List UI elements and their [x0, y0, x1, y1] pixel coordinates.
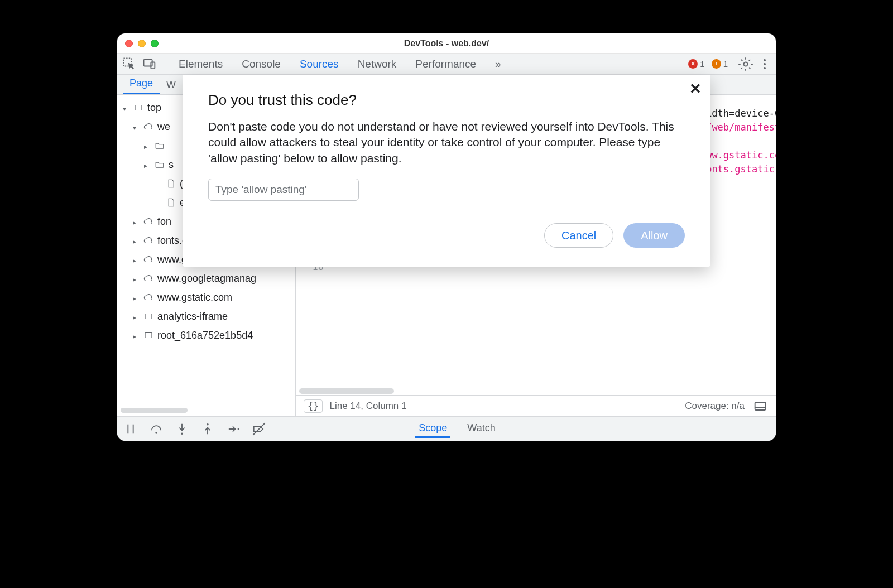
caret-icon[interactable]: [133, 121, 140, 133]
svg-point-10: [207, 423, 209, 426]
tab-performance[interactable]: Performance: [410, 55, 482, 74]
more-menu-icon[interactable]: [758, 59, 771, 69]
tree-row[interactable]: analytics-iframe: [121, 307, 295, 326]
coverage-indicator: Coverage: n/a: [685, 401, 745, 412]
frame-icon: [133, 102, 144, 113]
caret-icon[interactable]: [133, 330, 140, 341]
dialog-title: Do you trust this code?: [208, 91, 685, 109]
inspect-element-icon[interactable]: [122, 56, 137, 72]
tree-row[interactable]: www.googletagmanag: [121, 269, 295, 288]
cloud-icon: [143, 216, 154, 227]
trust-code-dialog: ✕ Do you trust this code? Don't paste co…: [183, 75, 710, 267]
tab-console[interactable]: Console: [236, 55, 286, 74]
step-icon[interactable]: [225, 421, 241, 437]
allow-button[interactable]: Allow: [623, 223, 685, 248]
error-count: 1: [700, 59, 704, 69]
svg-rect-4: [135, 105, 142, 110]
cloud-icon: [143, 254, 154, 265]
svg-point-11: [238, 428, 240, 430]
warning-badge[interactable]: ! 1: [712, 59, 728, 69]
file-purple-icon: [165, 197, 176, 208]
svg-rect-2: [151, 62, 155, 69]
debugger-controls: [123, 421, 267, 437]
tree-row[interactable]: root_616a752e1b5d4: [121, 326, 295, 345]
folder-icon: [154, 159, 165, 170]
caret-icon[interactable]: [123, 102, 129, 114]
warning-icon: !: [712, 59, 721, 69]
error-icon: ✕: [688, 59, 698, 69]
gear-icon[interactable]: [738, 56, 753, 72]
tab-sources[interactable]: Sources: [294, 55, 344, 74]
svg-rect-5: [145, 314, 152, 319]
scope-tab[interactable]: Scope: [415, 420, 450, 438]
debugger-sidebar-tabs: Scope Watch: [277, 420, 637, 438]
editor-statusbar: {} Line 14, Column 1 Coverage: n/a: [296, 395, 776, 416]
step-over-icon[interactable]: [148, 421, 164, 437]
cursor-position: Line 14, Column 1: [329, 401, 406, 412]
tree-item-label: fon: [157, 216, 171, 228]
allow-pasting-input[interactable]: [208, 179, 359, 201]
debugger-toolbar: Scope Watch: [117, 416, 776, 441]
navigator-tab-page[interactable]: Page: [123, 74, 160, 94]
editor-horizontal-scrollbar[interactable]: [296, 387, 776, 395]
caret-icon[interactable]: [144, 140, 151, 152]
caret-icon[interactable]: [133, 311, 140, 322]
dialog-body: Don't paste code you do not understand o…: [208, 119, 685, 166]
pretty-print-button[interactable]: {}: [304, 399, 323, 413]
tree-item-label: top: [147, 102, 161, 114]
caret-icon[interactable]: [133, 292, 140, 303]
close-icon[interactable]: ✕: [689, 80, 702, 98]
frame-icon: [143, 311, 154, 322]
cloud-icon: [143, 273, 154, 284]
svg-point-8: [155, 432, 157, 434]
deactivate-breakpoints-icon[interactable]: [251, 421, 267, 437]
pause-icon[interactable]: [123, 421, 138, 437]
device-toolbar-icon[interactable]: [142, 56, 157, 72]
tree-item-label: we: [157, 121, 170, 133]
svg-rect-6: [145, 333, 152, 338]
step-out-icon[interactable]: [200, 421, 215, 437]
devtools-toolbar: Elements Console Sources Network Perform…: [117, 54, 776, 75]
frame-icon: [143, 330, 154, 341]
svg-point-9: [181, 432, 183, 435]
watch-tab[interactable]: Watch: [464, 420, 498, 438]
error-badge[interactable]: ✕ 1: [688, 59, 704, 69]
navigator-tab-workspace[interactable]: W: [160, 76, 183, 94]
caret-icon[interactable]: [133, 273, 140, 285]
window-title: DevTools - web.dev/: [117, 38, 776, 49]
tree-item-label: analytics-iframe: [157, 311, 228, 322]
cancel-button[interactable]: Cancel: [544, 223, 613, 248]
tree-item-label: root_616a752e1b5d4: [157, 330, 253, 341]
step-into-icon[interactable]: [174, 421, 190, 437]
modal-backdrop: ✕ Do you trust this code? Don't paste co…: [117, 75, 776, 267]
caret-icon[interactable]: [144, 159, 151, 171]
tab-network[interactable]: Network: [352, 55, 402, 74]
warning-count: 1: [723, 59, 728, 69]
tree-item-label: www.gstatic.com: [157, 292, 232, 303]
tabs-overflow[interactable]: »: [489, 55, 507, 74]
caret-icon[interactable]: [133, 254, 140, 266]
tree-item-label: www.googletagmanag: [157, 273, 256, 285]
show-drawer-icon[interactable]: [752, 398, 768, 414]
main-tabs: Elements Console Sources Network Perform…: [173, 55, 684, 74]
file-icon: [165, 178, 176, 189]
cloud-icon: [143, 292, 154, 303]
cloud-icon: [143, 235, 154, 246]
issue-counters: ✕ 1 ! 1: [688, 59, 728, 69]
navigator-scrollbar[interactable]: [121, 408, 188, 413]
svg-rect-7: [755, 402, 766, 410]
cloud-icon: [143, 121, 154, 132]
tree-row[interactable]: www.gstatic.com: [121, 288, 295, 307]
tree-item-label: s: [169, 159, 174, 171]
devtools-window: DevTools - web.dev/ Elements Console Sou…: [117, 33, 776, 441]
svg-point-3: [744, 62, 748, 66]
folder-icon: [154, 140, 165, 151]
caret-icon[interactable]: [133, 235, 140, 247]
caret-icon[interactable]: [133, 216, 140, 228]
mac-titlebar: DevTools - web.dev/: [117, 33, 776, 54]
tab-elements[interactable]: Elements: [173, 55, 228, 74]
